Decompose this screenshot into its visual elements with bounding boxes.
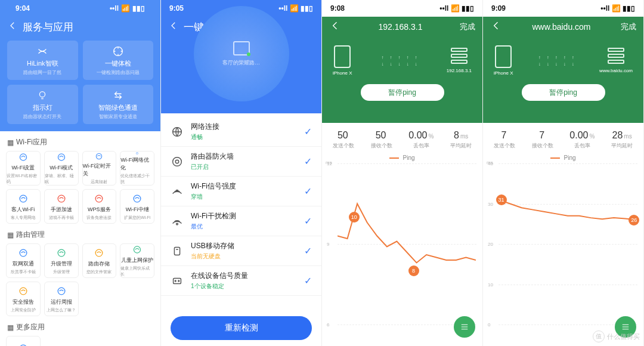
app-item[interactable]: 路由存储您的文件管家: [82, 243, 117, 278]
svg-point-13: [134, 246, 141, 253]
svg-rect-22: [174, 278, 181, 283]
device-col: iPhone X: [333, 45, 352, 76]
chart-legend: Ping: [322, 155, 482, 161]
svg-point-10: [20, 249, 27, 257]
data-point: 10: [349, 212, 360, 223]
check-row: Wi-Fi信号强度 穿墙 ✓: [161, 177, 321, 206]
svg-point-9: [134, 195, 141, 202]
radar-graphic: 客厅的荣耀路…: [194, 6, 289, 101]
stat: 28ms平均延时: [611, 130, 633, 150]
tile-checkup[interactable]: 一键体检 一键检测路由器问题: [83, 41, 154, 80]
phone-icon: [495, 45, 512, 68]
status-time: 9:09: [491, 4, 506, 13]
svg-point-5: [136, 152, 138, 155]
data-point: 26: [628, 215, 639, 225]
app-item[interactable]: 安全报告上网安全防护: [6, 282, 41, 316]
app-item[interactable]: Wi-Fi定时开关远离辐射: [82, 151, 117, 186]
stat: 8ms平均延时: [450, 130, 472, 150]
back-icon[interactable]: [7, 20, 18, 33]
router-mgmt-grid: 双网双通欣赏享不卡顿升级管理升级管理路由存储您的文件管家儿童上网保护健康上网快乐…: [0, 243, 160, 316]
check-row: Wi-Fi干扰检测 最优 ✓: [161, 206, 321, 236]
ping-chart: 010203040ms3126: [483, 161, 643, 328]
svg-point-18: [173, 157, 182, 166]
check-icon: [171, 125, 184, 138]
app-item[interactable]: 应用市场: [6, 336, 41, 346]
stat: 50接收个数: [371, 130, 392, 150]
app-item[interactable]: 客人Wi-Fi客人专用网络: [6, 189, 41, 224]
svg-point-2: [20, 154, 26, 160]
app-item[interactable]: Wi-Fi设置设置Wi-Fi名称密码: [6, 151, 41, 186]
done-button[interactable]: 完成: [460, 21, 475, 32]
phone-icon: [334, 45, 351, 68]
grid-icon: ▦: [7, 138, 14, 147]
status-time: 9:05: [169, 4, 184, 13]
server-icon: [608, 48, 624, 66]
app-item[interactable]: 运行周报上网怎么了嘛？: [44, 282, 79, 316]
svg-point-24: [178, 280, 179, 282]
screen-checkup: 9:05 ••ll 📶 ▮▮▯ 一键体检 客厅的荣耀路… 网络连接 通畅 ✓ 路…: [161, 0, 322, 346]
status-time: 9:04: [16, 4, 30, 13]
tile-hilink[interactable]: HiLink智联 路由组网一目了然: [7, 41, 78, 80]
tile-led[interactable]: 指示灯 路由器状态灯开关: [7, 85, 78, 124]
check-tick-icon: ✓: [304, 275, 312, 286]
ping-stats: 50发送个数50接收个数0.00%丢包率8ms平均延时: [322, 123, 482, 152]
check-tick-icon: ✓: [304, 245, 312, 257]
svg-point-14: [20, 288, 27, 295]
svg-point-6: [20, 195, 27, 202]
back-icon[interactable]: [329, 20, 341, 34]
fab-button[interactable]: [454, 316, 475, 338]
screen-ping-local: 9:08 ••ll 📶 ▮▮▯ 192.168.3.1 完成 iPhone X …: [322, 0, 483, 346]
app-item[interactable]: Wi-Fi模式穿墙、标准、睡眠: [44, 151, 79, 186]
check-icon: [171, 215, 184, 228]
stat: 7发送个数: [494, 130, 515, 150]
svg-point-1: [40, 92, 45, 97]
screen-ping-baidu: 9:09 ••ll 📶 ▮▮▯ www.baidu.com 完成 iPhone …: [483, 0, 644, 346]
app-item[interactable]: 儿童上网保护健康上网快乐成长: [120, 243, 154, 278]
svg-point-20: [177, 223, 178, 225]
check-row: 网络连接 通畅 ✓: [161, 117, 321, 147]
back-icon[interactable]: [168, 20, 179, 33]
radar-text: 客厅的荣耀路…: [222, 59, 260, 67]
check-icon: [171, 155, 184, 168]
app-item[interactable]: Wi-Fi网络优化优化信道减少干扰: [120, 151, 154, 186]
pause-ping-button[interactable]: 暂停ping: [361, 84, 444, 101]
pause-ping-button[interactable]: 暂停ping: [522, 84, 605, 101]
wifi-apps-grid: Wi-Fi设置设置Wi-Fi名称密码Wi-Fi模式穿墙、标准、睡眠Wi-Fi定时…: [0, 151, 160, 224]
stat: 7接收个数: [532, 130, 553, 150]
app-item[interactable]: 手游加速游戏不再卡顿: [44, 189, 79, 224]
svg-point-4: [97, 153, 102, 159]
ping-stats: 7发送个数7接收个数0.00%丢包率28ms平均延时: [483, 123, 643, 152]
back-icon[interactable]: [490, 20, 502, 34]
svg-point-11: [58, 249, 65, 257]
app-item[interactable]: Wi-Fi中继扩展您的Wi-Fi: [120, 189, 154, 224]
check-tick-icon: ✓: [304, 215, 312, 227]
svg-point-12: [96, 249, 103, 257]
router-icon: [233, 41, 250, 55]
ping-chart: 6912ms108: [322, 161, 482, 328]
svg-point-19: [175, 160, 179, 163]
fab-button[interactable]: [615, 316, 636, 338]
stat: 50发送个数: [333, 130, 354, 150]
page-title: 服务与应用: [23, 20, 73, 34]
server-col: 192.168.3.1: [447, 48, 472, 73]
app-item[interactable]: WPS服务设备免密连接: [82, 189, 117, 224]
stat: 0.00%丢包率: [569, 130, 595, 150]
ping-dots: ↑↓ ↑↓ ↑↓ ↑↓ ↑↓: [352, 55, 446, 67]
grid-icon: ▦: [7, 323, 14, 332]
check-list: 网络连接 通畅 ✓ 路由器防火墙 已开启 ✓ Wi-Fi信号强度 穿墙 ✓ Wi…: [161, 113, 321, 299]
tile-green-channel[interactable]: 智能绿色通道 智能家居专业通道: [83, 85, 154, 124]
check-tick-icon: ✓: [304, 186, 312, 197]
done-button[interactable]: 完成: [621, 21, 636, 32]
data-point: 8: [408, 265, 419, 276]
ping-target: 192.168.3.1: [379, 22, 423, 32]
screen-services: 9:04 ••ll📶▮▮▯ 服务与应用 HiLink智联 路由组网一目了然 一键…: [0, 0, 161, 346]
svg-point-23: [175, 280, 176, 282]
app-item[interactable]: 双网双通欣赏享不卡顿: [6, 243, 41, 278]
app-item[interactable]: 升级管理升级管理: [44, 243, 79, 278]
grid-icon: ▦: [7, 231, 14, 239]
svg-point-3: [58, 154, 64, 160]
chart-legend: Ping: [483, 155, 643, 161]
section-router-title: ▦ 路由管理: [0, 224, 160, 243]
status-bar: 9:09 ••ll 📶 ▮▮▯: [483, 0, 643, 17]
recheck-button[interactable]: 重新检测: [171, 316, 312, 340]
